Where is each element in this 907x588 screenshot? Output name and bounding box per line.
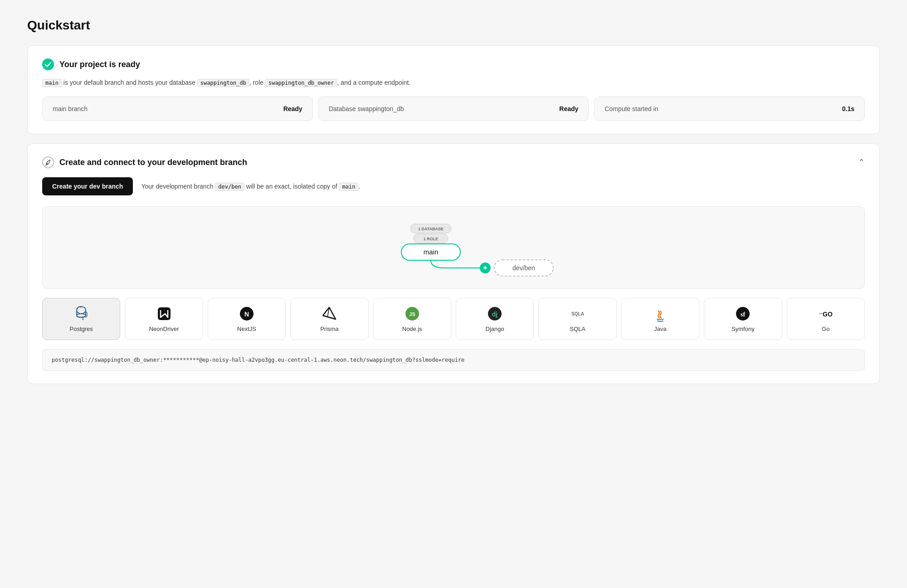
dev-branch-desc: Your development branch dev/ben will be … <box>141 181 360 191</box>
symfony-icon: sf <box>735 306 751 322</box>
tech-nextjs-label: NextJS <box>237 326 256 332</box>
dev-branch-row: Create your dev branch Your development … <box>42 177 865 195</box>
svg-point-1 <box>43 157 54 168</box>
tech-postgres[interactable]: Postgres <box>42 298 120 340</box>
svg-text:GO: GO <box>823 311 833 318</box>
db-name-badge: swappington_db <box>197 79 249 87</box>
tech-nodejs-label: Node.js <box>402 326 422 332</box>
go-icon: GO <box>818 306 834 322</box>
tech-symfony-label: Symfony <box>731 326 755 332</box>
collapse-icon[interactable]: ⌃ <box>858 157 865 167</box>
svg-text:JS: JS <box>409 311 415 317</box>
status-compute-value: 0.1s <box>842 105 854 112</box>
check-circle-icon <box>42 58 54 70</box>
svg-text:1 DATABASE: 1 DATABASE <box>418 227 444 231</box>
django-icon: dj <box>487 306 503 322</box>
tech-go-label: Go <box>822 326 829 332</box>
tech-symfony[interactable]: sf Symfony <box>704 298 782 340</box>
svg-text:+: + <box>483 264 487 272</box>
section2-left: Create and connect to your development b… <box>42 156 247 168</box>
nextjs-icon: N <box>239 306 255 322</box>
project-description: main is your default branch and hosts yo… <box>42 78 865 87</box>
tech-sqla-label: SQLA <box>570 326 585 332</box>
tech-django[interactable]: dj Django <box>456 298 534 340</box>
svg-text:sf: sf <box>741 311 745 318</box>
main-code-badge: main <box>42 79 62 87</box>
svg-text:dj: dj <box>492 311 497 318</box>
tech-nodejs[interactable]: JS Node.js <box>373 298 451 340</box>
tech-prisma-label: Prisma <box>320 326 338 332</box>
sqla-icon: SQLA <box>570 306 586 322</box>
svg-text:SQLA: SQLA <box>571 311 584 316</box>
status-main-label: main branch <box>53 105 88 112</box>
tech-java[interactable]: Java <box>621 298 699 340</box>
role-name-badge: swappington_db_owner <box>265 79 337 87</box>
tech-sqla[interactable]: SQLA SQLA <box>538 298 616 340</box>
postgres-icon <box>73 306 89 322</box>
svg-point-2 <box>46 163 48 164</box>
section2-header: Create and connect to your development b… <box>42 156 865 168</box>
tech-nextjs[interactable]: N NextJS <box>208 298 286 340</box>
status-compute-label: Compute started in <box>605 105 658 112</box>
dev-branch-card: Create and connect to your development b… <box>27 143 880 384</box>
dev-main-code: main <box>339 183 358 191</box>
status-db-value: Ready <box>559 105 578 112</box>
svg-text:1 ROLE: 1 ROLE <box>424 237 439 241</box>
java-icon <box>652 306 668 322</box>
tech-neondriver[interactable]: NeonDriver <box>125 298 203 340</box>
status-compute: Compute started in 0.1s <box>594 97 865 121</box>
dev-branch-code: dev/ben <box>215 183 244 191</box>
status-db-label: Database swappington_db <box>329 105 404 112</box>
card-header: Your project is ready <box>42 58 865 70</box>
tech-go[interactable]: GO Go <box>787 298 865 340</box>
status-grid: main branch Ready Database swappington_d… <box>42 97 865 121</box>
branch-diagram: 1 DATABASE 1 ROLE main + dev/ben <box>42 206 865 289</box>
svg-text:N: N <box>244 311 249 318</box>
tech-java-label: Java <box>654 326 666 332</box>
neon-icon <box>156 306 172 322</box>
branch-icon <box>42 156 54 168</box>
status-main-value: Ready <box>283 105 302 112</box>
tech-django-label: Django <box>486 326 504 332</box>
tech-neondriver-label: NeonDriver <box>149 326 179 332</box>
tech-postgres-label: Postgres <box>70 326 93 332</box>
svg-text:dev/ben: dev/ben <box>512 264 535 272</box>
status-main-branch: main branch Ready <box>42 97 313 121</box>
section1-title: Your project is ready <box>59 60 140 69</box>
create-dev-branch-button[interactable]: Create your dev branch <box>42 177 133 195</box>
branch-diagram-svg: 1 DATABASE 1 ROLE main + dev/ben <box>340 220 567 275</box>
tech-prisma[interactable]: Prisma <box>290 298 368 340</box>
prisma-icon <box>321 306 337 322</box>
status-database: Database swappington_db Ready <box>318 97 589 121</box>
page-title: Quickstart <box>27 18 880 33</box>
svg-text:main: main <box>424 248 439 256</box>
nodejs-icon: JS <box>404 306 420 322</box>
tech-grid: Postgres NeonDriver N NextJS <box>42 298 865 340</box>
project-ready-card: Your project is ready main is your defau… <box>27 45 880 134</box>
section2-title: Create and connect to your development b… <box>59 158 247 167</box>
connection-string: postgresql://swappington_db_owner:******… <box>42 349 865 371</box>
svg-point-0 <box>42 58 54 70</box>
